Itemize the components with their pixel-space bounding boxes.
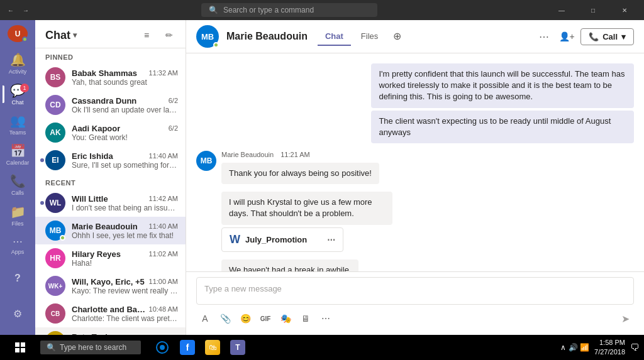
call-button[interactable]: 📞 Call ▾ (580, 28, 634, 45)
chat-tabs: Chat Files ⊕ (318, 28, 406, 46)
close-button[interactable]: ✕ (610, 0, 639, 20)
message-content-marie: Marie Beaudouin 11:21 AM Thank you for a… (221, 151, 507, 271)
taskbar-teams[interactable]: T (226, 336, 249, 359)
sidebar-item-teams[interactable]: 👥 Teams (3, 111, 33, 138)
taskbar-search[interactable]: 🔍 Type here to search (40, 341, 141, 354)
chat-item-aadi[interactable]: AK Aadi Kapoor 6/2 You: Great work! (35, 119, 186, 146)
chat-item-eric[interactable]: EI Eric Ishida 11:40 AM Sure, I'll set u… (35, 146, 186, 174)
add-people-button[interactable]: 👤+ (558, 28, 575, 45)
taskbar-facebook[interactable]: f (176, 336, 199, 359)
pinned-label: Pinned (35, 48, 186, 63)
main-chat-area: MB Marie Beaudouin Chat Files ⊕ ⋯ 👤+ 📞 C… (186, 20, 644, 335)
window-controls: — □ ✕ (547, 0, 639, 20)
unread-dot-will (40, 201, 44, 205)
sidebar-item-calendar[interactable]: 📅 Calendar (3, 141, 33, 168)
chat-item-babak[interactable]: BS Babak Shammas 11:32 AM Yah, that soun… (35, 63, 186, 91)
chat-contact-name: Marie Beaudouin (226, 31, 308, 42)
taskbar-cortana[interactable] (151, 336, 174, 359)
more-icon[interactable]: ⋯ (327, 235, 335, 244)
sidebar-item-settings[interactable]: ⚙ (3, 297, 33, 330)
sidebar-item-label: Activity (9, 68, 27, 75)
notification-icon[interactable]: 🗨 (630, 342, 639, 352)
search-placeholder: Search or type a command (223, 6, 314, 14)
sidebar-item-label: Files (11, 221, 23, 227)
sidebar-item-help[interactable]: ? (3, 262, 33, 295)
send-button[interactable]: ➤ (616, 310, 634, 327)
message-bubble: The client wasn't expecting us to be rea… (371, 111, 634, 143)
avatar-willkayo: WK+ (45, 276, 65, 296)
tab-more[interactable]: ⊕ (388, 28, 406, 46)
chat-item-hilary[interactable]: HR Hilary Reyes 11:02 AM Haha! (35, 244, 186, 272)
search-icon: 🔍 (47, 343, 56, 352)
format-button[interactable]: A (196, 310, 214, 327)
chevron-down-icon[interactable]: ▾ (73, 31, 77, 40)
back-button[interactable]: ← (5, 4, 16, 16)
chat-list-panel: Chat ▾ ≡ ✏ Pinned BS Babak Shammas 11:32… (35, 20, 186, 335)
forward-button[interactable]: → (20, 4, 31, 16)
call-chevron: ▾ (621, 32, 626, 41)
sidebar-bottom: ? ⚙ (3, 262, 33, 335)
taskbar-store[interactable]: 🛍 (201, 336, 224, 359)
maximize-button[interactable]: □ (579, 0, 608, 20)
taskbar: 🔍 Type here to search f 🛍 T ∧ 🔊 📶 1:58 P… (0, 335, 644, 360)
search-icon: 🔍 (209, 6, 218, 14)
more-options-input[interactable]: ⋯ (317, 310, 335, 327)
chat-item-cassandra[interactable]: CD Cassandra Dunn 6/2 Ok I'll send an up… (35, 91, 186, 119)
tab-chat[interactable]: Chat (318, 28, 351, 46)
avatar-babak: BS (45, 67, 65, 87)
chat-more-button[interactable]: ⋯ (160, 332, 178, 335)
apps-icon: ⋯ (13, 236, 23, 248)
sidebar-item-calls[interactable]: 📞 Calls (3, 171, 33, 199)
more-options-button[interactable]: ⋯ (535, 28, 553, 45)
screen-share-button[interactable]: 🖥 (297, 310, 314, 327)
chat-item-will[interactable]: WL Will Little 11:42 AM I don't see that… (35, 189, 186, 217)
avatar-aadi: AK (45, 123, 65, 143)
message-input[interactable]: Type a new message (196, 277, 634, 305)
avatar-marie-msg: MB (196, 151, 216, 171)
sidebar-item-files[interactable]: 📁 Files (3, 201, 33, 229)
sidebar: U 🔔 Activity 1 💬 Chat 👥 Teams 📅 Calendar… (0, 20, 35, 335)
messages-area: I'm pretty confident that this launch wi… (186, 53, 644, 271)
chat-item-marie[interactable]: MB Marie Beaudouin 11:40 AM Ohhh I see, … (35, 217, 186, 244)
user-avatar[interactable]: U (8, 25, 28, 42)
attach-button[interactable]: 📎 (216, 310, 234, 327)
command-search-bar[interactable]: 🔍 Search or type a command (201, 3, 377, 17)
file-name: July_Promotion (245, 235, 307, 244)
files-icon: 📁 (10, 204, 26, 219)
chat-header-avatar: MB (196, 25, 219, 48)
sidebar-item-activity[interactable]: 🔔 Activity (3, 50, 33, 77)
unread-dot (40, 158, 44, 162)
svg-rect-0 (15, 342, 19, 347)
start-button[interactable] (5, 335, 35, 360)
new-chat-button[interactable]: ✏ (160, 26, 178, 44)
tab-files[interactable]: Files (353, 28, 386, 46)
chat-item-reta[interactable]: RT Reta Taylor Ah, ok I understand now. … (35, 327, 186, 335)
titlebar-nav: ← → (5, 4, 31, 16)
message-group-1: I'm pretty confident that this launch wi… (196, 63, 634, 143)
message-group-marie-1: MB Marie Beaudouin 11:21 AM Thank you fo… (196, 151, 634, 271)
sticker-button[interactable]: 🎭 (277, 310, 294, 327)
search-placeholder: Type here to search (60, 343, 126, 352)
sidebar-item-chat[interactable]: 1 💬 Chat (3, 80, 33, 107)
chat-header: MB Marie Beaudouin Chat Files ⊕ ⋯ 👤+ 📞 C… (186, 20, 644, 53)
word-icon: W (230, 233, 240, 246)
chat-list-header: Chat ▾ ≡ ✏ (35, 20, 186, 48)
call-icon: 📞 (589, 32, 599, 41)
teams-icon: 👥 (10, 113, 26, 128)
gif-button[interactable]: GIF (257, 310, 274, 327)
avatar-will: WL (45, 193, 65, 213)
minimize-button[interactable]: — (547, 0, 576, 20)
message-bubble: I will push Krystal to give us a few mor… (221, 192, 392, 224)
svg-rect-2 (15, 348, 19, 352)
chat-item-charlotte[interactable]: CB Charlotte and Babak 10:48 AM Charlott… (35, 300, 186, 327)
avatar-cassandra: CD (45, 95, 65, 115)
file-attachment[interactable]: W July_Promotion ⋯ (221, 227, 343, 252)
taskbar-right: ∧ 🔊 📶 1:58 PM 7/27/2018 🗨 (560, 338, 639, 357)
sidebar-item-apps[interactable]: ⋯ Apps (3, 232, 33, 259)
filter-button[interactable]: ≡ (138, 26, 155, 44)
taskbar-clock: 1:58 PM 7/27/2018 (594, 338, 625, 357)
emoji-button[interactable]: 😊 (236, 310, 254, 327)
chat-item-willkayo[interactable]: WK+ Will, Kayo, Eric, +5 11:00 AM Kayo: … (35, 272, 186, 300)
titlebar: ← → 🔍 Search or type a command — □ ✕ (0, 0, 644, 20)
system-icons: ∧ 🔊 📶 (560, 343, 589, 352)
